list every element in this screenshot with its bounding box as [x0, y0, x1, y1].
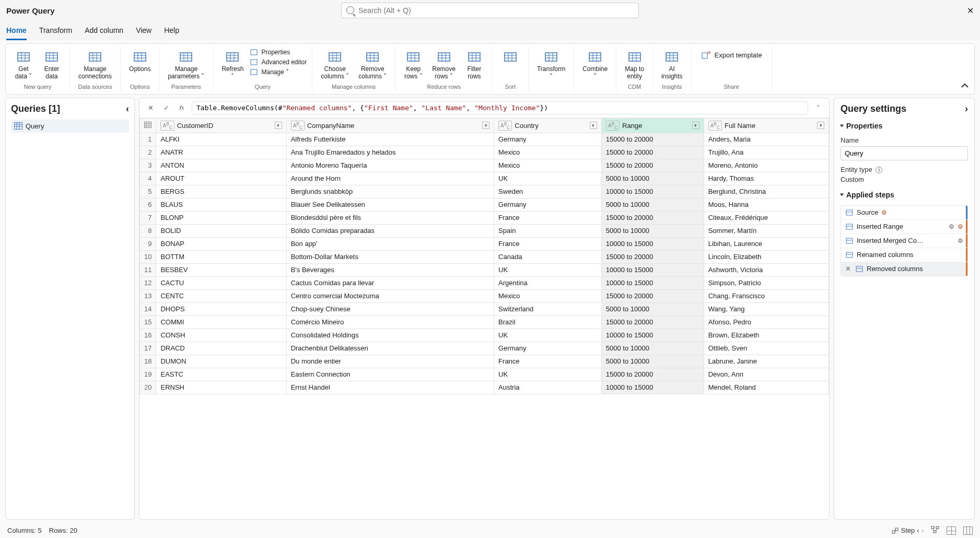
cell[interactable]: 15000 to 20000 [601, 146, 704, 159]
cell[interactable]: ANTON [156, 159, 286, 172]
cell[interactable]: Citeaux, Frédérique [704, 211, 829, 224]
cell[interactable]: Centro comercial Moctezuma [286, 289, 494, 302]
cell[interactable]: BESBEV [156, 263, 286, 276]
ribbon-map-to-entity-button[interactable]: Map to entity [622, 48, 647, 81]
cell[interactable]: Argentina [494, 276, 602, 289]
cell[interactable]: CACTU [156, 276, 286, 289]
cell[interactable]: Germany [494, 198, 602, 211]
ribbon-remove-rows--button[interactable]: Remove rows ˅ [429, 48, 459, 81]
table-row[interactable]: 16CONSHConsolidated HoldingsUK10000 to 1… [140, 329, 829, 342]
ribbon-filter-rows-button[interactable]: Filter rows [462, 48, 487, 81]
diagram-view-icon[interactable] [931, 526, 939, 535]
ribbon-get-data--button[interactable]: Get data ˅ [11, 48, 36, 81]
cell[interactable]: 5000 to 10000 [601, 172, 704, 185]
ribbon-combine--button[interactable]: Combine ˅ [579, 48, 611, 81]
row-number[interactable]: 10 [140, 250, 156, 263]
table-row[interactable]: 10BOTTMBottom-Dollar MarketsCanada15000 … [140, 250, 829, 263]
collapse-settings-icon[interactable]: › [965, 103, 968, 114]
ribbon-properties-button[interactable]: Properties [250, 48, 290, 56]
cell[interactable]: UK [494, 329, 602, 342]
row-number[interactable]: 9 [140, 237, 156, 250]
table-row[interactable]: 15COMMIComércio MineiroBrazil15000 to 20… [140, 315, 829, 329]
collapse-queries-icon[interactable]: ‹ [126, 103, 129, 114]
cell[interactable]: BOLID [156, 224, 286, 237]
gear-icon[interactable]: ⚙ [949, 223, 954, 230]
cell[interactable]: Germany [494, 342, 602, 355]
cell[interactable]: B's Beverages [286, 263, 494, 276]
cell[interactable]: 15000 to 20000 [601, 289, 704, 302]
step-source[interactable]: Source⚙ [841, 206, 967, 220]
ribbon-advanced-editor-button[interactable]: Advanced editor [250, 58, 307, 66]
cell[interactable]: Anders, Maria [704, 133, 829, 146]
applied-steps-section[interactable]: Applied steps [841, 191, 968, 199]
cell[interactable]: Chang, Franscisco [704, 289, 829, 302]
delete-step-icon[interactable]: ✕ [845, 265, 851, 273]
close-icon[interactable]: ✕ [967, 6, 974, 16]
cell[interactable]: Du monde entier [286, 355, 494, 368]
cell[interactable]: Ashworth, Victoria [704, 263, 829, 276]
info-icon[interactable]: i [876, 167, 882, 173]
cell[interactable]: ANATR [156, 146, 286, 159]
cell[interactable]: 5000 to 10000 [601, 224, 704, 237]
cell[interactable]: 10000 to 15000 [601, 329, 704, 342]
cell[interactable]: Antonio Moreno Taquería [286, 159, 494, 172]
cell[interactable]: 15000 to 20000 [601, 159, 704, 172]
cell[interactable]: France [494, 237, 602, 250]
cell[interactable]: Blauer See Delikatessen [286, 198, 494, 211]
cell[interactable]: 5000 to 10000 [601, 198, 704, 211]
filter-dropdown-icon[interactable]: ▾ [590, 122, 597, 129]
cell[interactable]: Ernst Handel [286, 381, 494, 394]
column-header-country[interactable]: ABCCountry▾ [494, 118, 602, 133]
export-template-button[interactable]: Export template [697, 48, 766, 62]
cell[interactable]: 15000 to 20000 [601, 211, 704, 224]
cell[interactable]: Alfreds Futterkiste [286, 133, 494, 146]
expand-formula-icon[interactable]: ˅ [812, 102, 824, 113]
cell[interactable]: Eastern Connection [286, 368, 494, 381]
fx-icon[interactable]: fx [176, 102, 188, 113]
ribbon-refresh--button[interactable]: Refresh ˅ [218, 48, 247, 81]
cell[interactable]: 10000 to 15000 [601, 276, 704, 289]
ribbon-choose-columns--button[interactable]: Choose columns ˅ [318, 48, 352, 81]
filter-dropdown-icon[interactable]: ▾ [482, 122, 489, 129]
cell[interactable]: Ana Trujillo Emaredados y helados [286, 146, 494, 159]
cell[interactable]: COMMI [156, 315, 286, 329]
cell[interactable]: DHOPS [156, 302, 286, 315]
cell[interactable]: CONSH [156, 329, 286, 342]
cell[interactable]: Berglund, Christina [704, 185, 829, 198]
search-input[interactable] [341, 3, 639, 18]
gear-error-icon[interactable]: ⚙ [881, 209, 887, 216]
ribbon-manage-parameters--button[interactable]: Manage parameters ˅ [165, 48, 207, 81]
cell[interactable]: 15000 to 20000 [601, 368, 704, 381]
table-row[interactable]: 9BONAPBon app'France10000 to 15000Libiha… [140, 237, 829, 250]
cancel-formula-icon[interactable]: ✕ [145, 102, 156, 113]
step-inserted-range[interactable]: Inserted Range⚙⚙ [841, 220, 967, 234]
cell[interactable]: Drachenblut Delikatessen [286, 342, 494, 355]
cell[interactable]: Lincoln, Elizabeth [704, 250, 829, 263]
table-row[interactable]: 13CENTCCentro comercial MoctezumaMexico1… [140, 289, 829, 302]
formula-bar[interactable]: Table.RemoveColumns(#"Renamed columns", … [192, 101, 808, 114]
cell[interactable]: Bon app' [286, 237, 494, 250]
cell[interactable]: 15000 to 20000 [601, 315, 704, 329]
cell[interactable]: AROUT [156, 172, 286, 185]
step-inserted-merged-co-[interactable]: Inserted Merged Co…⚙ [841, 234, 967, 248]
cell[interactable]: 5000 to 10000 [601, 355, 704, 368]
tab-help[interactable]: Help [164, 26, 179, 40]
cell[interactable]: Trujillo, Ana [704, 146, 829, 159]
cell[interactable]: Wang, Yang [704, 302, 829, 315]
cell[interactable]: UK [494, 368, 602, 381]
cell[interactable]: Canada [494, 250, 602, 263]
search-box[interactable] [341, 3, 639, 18]
tab-view[interactable]: View [136, 26, 151, 40]
cell[interactable]: Afonso, Pedro [704, 315, 829, 329]
table-row[interactable]: 7BLONPBlondesddsl père et filsFrance1500… [140, 211, 829, 224]
row-number[interactable]: 11 [140, 263, 156, 276]
table-row[interactable]: 11BESBEVB's BeveragesUK10000 to 15000Ash… [140, 263, 829, 276]
cell[interactable]: Mexico [494, 146, 602, 159]
cell[interactable]: 10000 to 15000 [601, 237, 704, 250]
properties-section[interactable]: Properties [841, 122, 968, 130]
cell[interactable]: France [494, 211, 602, 224]
table-row[interactable]: 8BOLIDBólido Comidas preparadasSpain5000… [140, 224, 829, 237]
cell[interactable]: Around the Horn [286, 172, 494, 185]
row-number[interactable]: 3 [140, 159, 156, 172]
cell[interactable]: 15000 to 20000 [601, 250, 704, 263]
